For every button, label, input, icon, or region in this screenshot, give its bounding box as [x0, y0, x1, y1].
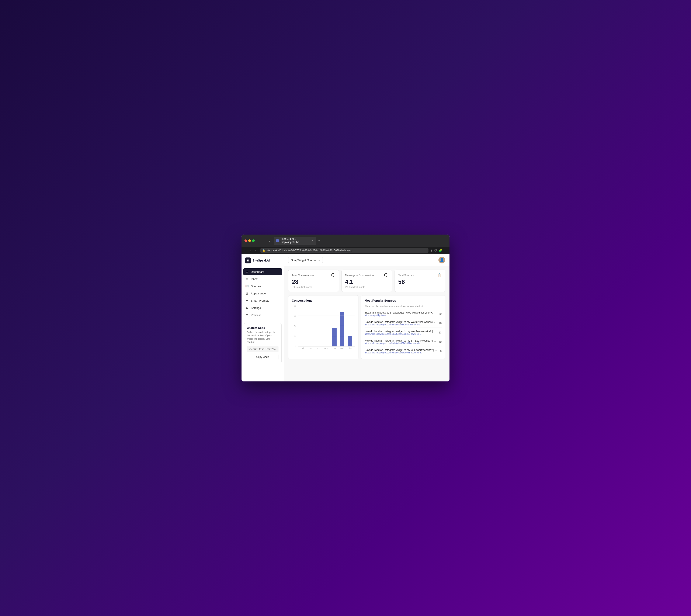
source-url-3[interactable]: https://help.snapwidget.com/en/articles/…: [364, 333, 437, 335]
source-count-1: 39: [439, 312, 442, 315]
stat-value-messages: 4.1: [345, 279, 388, 285]
sidebar-item-appearance[interactable]: ◎ Appearance: [243, 290, 282, 297]
back-button[interactable]: ‹: [259, 239, 262, 243]
source-count-2: 16: [439, 322, 442, 325]
appearance-icon: ◎: [245, 292, 249, 295]
x-label-tue: Tue: [331, 347, 337, 352]
sidebar-item-smart-prompts[interactable]: ✦ Smart Prompts: [243, 297, 282, 304]
stat-value-conversations: 28: [292, 279, 335, 285]
source-info-1: Instagram Widgets by SnapWidget | Free w…: [364, 311, 437, 316]
x-label-wed: Wed: [339, 347, 345, 352]
sidebar-label-sources: Sources: [251, 285, 261, 288]
stat-value-sources: 58: [398, 279, 442, 285]
messages-icon: 💬: [384, 273, 388, 277]
tab-title: SiteSpeakAI – SnapWidget Cha...: [280, 238, 310, 244]
bar-group-tue: [331, 305, 337, 347]
bar-group-fri: [300, 305, 306, 347]
stat-card-sources: Total Sources 📋 58: [395, 269, 445, 292]
y-label-20: 20: [294, 335, 296, 337]
sidebar-label-smart-prompts: Smart Prompts: [251, 299, 269, 302]
address-back-button[interactable]: ‹: [244, 248, 247, 252]
smart-prompts-icon: ✦: [245, 299, 249, 302]
stat-card-conversations: Total Conversations 💬 28 0% from last mo…: [288, 269, 339, 292]
new-tab-button[interactable]: +: [317, 239, 321, 243]
source-count-5: 8: [440, 350, 442, 353]
stat-card-header-1: Total Conversations 💬: [292, 273, 335, 277]
source-info-2: How do I add an Instagram widget to my W…: [364, 321, 437, 326]
share-icon[interactable]: ⬆: [430, 249, 432, 252]
source-count-3: 13: [439, 331, 442, 334]
more-icon[interactable]: ⋮: [444, 249, 447, 252]
sidebar-item-dashboard[interactable]: ⊞ Dashboard: [243, 268, 282, 275]
source-item-1: Instagram Widgets by SnapWidget | Free w…: [364, 309, 442, 318]
stat-label-messages: Messages / Conversation: [345, 274, 374, 277]
minimize-button[interactable]: [248, 239, 251, 242]
reload-button[interactable]: ↻: [267, 239, 272, 243]
source-title-4[interactable]: How do I add an Instagram widget to my S…: [364, 339, 437, 342]
user-avatar[interactable]: 👤: [439, 257, 445, 263]
address-forward-button[interactable]: ›: [249, 248, 252, 252]
bar-wed: [340, 312, 344, 347]
sidebar-item-settings[interactable]: ⚙ Settings: [243, 304, 282, 311]
bar-thu: [348, 336, 352, 347]
chart-area: [298, 305, 355, 347]
source-count-4: 10: [439, 340, 442, 344]
y-axis: 80 60 40 20 0: [292, 305, 297, 347]
chatbot-selector[interactable]: SnapWidget Chatbot ⌄: [288, 257, 323, 263]
stat-sub-messages: 0% from last month: [345, 286, 388, 288]
source-url-1[interactable]: https://snapwidget.com: [364, 314, 437, 316]
stat-card-messages: Messages / Conversation 💬 4.1 0% from la…: [341, 269, 392, 292]
sources-icon: 📖: [245, 284, 249, 288]
sidebar-item-preview[interactable]: ⊕ Preview: [243, 312, 282, 318]
address-reload-button[interactable]: ↻: [254, 248, 259, 252]
tab-bar: SiteSpeakAI – SnapWidget Cha... ✕ +: [274, 237, 447, 245]
source-title-5[interactable]: How do I add an Instagram widget to my C…: [364, 349, 438, 352]
inbox-icon: ✉: [245, 277, 249, 281]
dashboard-icon: ⊞: [245, 270, 249, 273]
lock-icon: 🔒: [262, 249, 265, 252]
source-url-4[interactable]: https://help.snapwidget.com/en/articles/…: [364, 342, 437, 345]
source-title-2[interactable]: How do I add an Instagram widget to my W…: [364, 321, 437, 324]
browser-titlebar: ‹ › ↻ SiteSpeakAI – SnapWidget Cha... ✕ …: [242, 235, 449, 247]
extensions-icon[interactable]: 🧩: [439, 249, 442, 252]
x-axis: Fri Sat Sun Mon Tue Wed Thu: [298, 347, 355, 352]
bar-group-sat: [308, 305, 314, 347]
source-url-2[interactable]: https://help.snapwidget.com/en/articles/…: [364, 324, 437, 326]
sidebar-label-preview: Preview: [251, 313, 261, 317]
stat-card-header-2: Messages / Conversation 💬: [345, 273, 388, 277]
source-title-3[interactable]: How do I add an Instagram widget to my W…: [364, 330, 437, 333]
source-title-1[interactable]: Instagram Widgets by SnapWidget | Free w…: [364, 311, 437, 314]
stat-sub-conversations: 0% from last month: [292, 286, 335, 288]
source-item-3: How do I add an Instagram widget to my W…: [364, 328, 442, 337]
logo-text: SiteSpeakAI: [252, 259, 270, 262]
shield-icon[interactable]: 🛡: [434, 249, 437, 252]
forward-button[interactable]: ›: [263, 239, 266, 243]
y-label-80: 80: [294, 305, 296, 307]
tab-close-button[interactable]: ✕: [312, 239, 314, 242]
y-label-0: 0: [295, 345, 296, 347]
bar-group-mon: [323, 305, 330, 347]
bars-container: [298, 305, 355, 347]
bar-group-sun: [315, 305, 322, 347]
traffic-lights: [244, 239, 255, 242]
close-button[interactable]: [244, 239, 247, 242]
sidebar: SiteSpeakAI ⊞ Dashboard ✉ Inbox 📖 Source…: [242, 254, 284, 381]
chatbot-selector-label: SnapWidget Chatbot: [291, 259, 316, 262]
url-text: sitespeak.ai/chatbots/3de7576d-6928-4d02…: [267, 249, 352, 252]
sidebar-logo: SiteSpeakAI: [242, 254, 284, 266]
toolbar-icons: ⬆ 🛡 🧩 ⋮: [430, 249, 447, 252]
stat-card-header-3: Total Sources 📋: [398, 273, 442, 277]
address-bar[interactable]: 🔒 sitespeak.ai/chatbots/3de7576d-6928-4d…: [260, 248, 428, 253]
maximize-button[interactable]: [252, 239, 255, 242]
stat-label-sources: Total Sources: [398, 274, 414, 277]
x-label-sat: Sat: [307, 347, 314, 352]
sidebar-label-inbox: Inbox: [251, 278, 258, 281]
browser-tab[interactable]: SiteSpeakAI – SnapWidget Cha... ✕: [274, 237, 316, 245]
address-bar-row: ‹ › ↻ 🔒 sitespeak.ai/chatbots/3de7576d-6…: [242, 247, 449, 254]
source-url-5[interactable]: https://help.snapwidget.com/en/articles/…: [364, 352, 438, 354]
main-content: SnapWidget Chatbot ⌄ 👤 Total Conversatio…: [284, 254, 449, 381]
code-box-description: Embed this code snippet in the head sect…: [247, 331, 278, 344]
copy-code-button[interactable]: Copy Code: [247, 354, 278, 360]
sidebar-item-sources[interactable]: 📖 Sources: [243, 283, 282, 289]
sidebar-item-inbox[interactable]: ✉ Inbox: [243, 276, 282, 282]
